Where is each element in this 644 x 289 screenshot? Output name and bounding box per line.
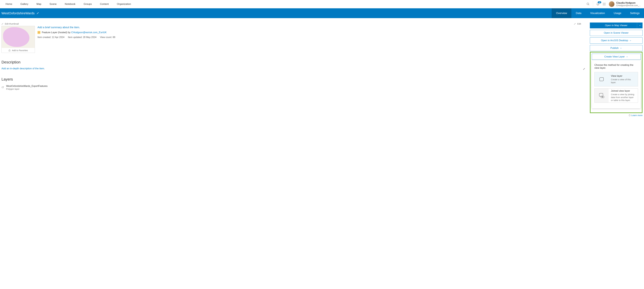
publish-label: Publish (610, 47, 619, 49)
joined-view-layer-option[interactable]: Joined view layer Create a view by joini… (594, 88, 638, 103)
top-nav: Home Gallery Map Scene Notebook Groups C… (0, 0, 644, 8)
user-name: Claudia Hodgson (616, 1, 641, 4)
edit-thumbnail-label: Edit thumbnail (5, 22, 19, 25)
layer-name: WestOxfordshireWards_ExportFeatures (6, 85, 48, 87)
item-type-label: Feature Layer (hosted) by CHodgson@esriu… (42, 31, 106, 34)
favorites-label: Add to Favorites (12, 49, 28, 52)
metadata-column: Add a brief summary about the item. Feat… (38, 26, 586, 39)
option-text: Joined view layer Create a view by joini… (608, 89, 638, 102)
learn-more-link[interactable]: Learn more (631, 114, 642, 116)
user-menu[interactable]: Claudia Hodgson CHodgson@esriuk.com_... (609, 1, 641, 7)
nav-home[interactable]: Home (2, 0, 16, 8)
top-nav-right: 31 Claudia Hodgson CHodgson@esriuk.com_.… (586, 1, 642, 7)
avatar (609, 1, 614, 7)
search-icon[interactable] (586, 2, 590, 6)
tab-visualization[interactable]: Visualization (586, 8, 609, 18)
nav-scene[interactable]: Scene (45, 0, 60, 8)
publish-button[interactable]: Publish (590, 45, 642, 51)
title-bar-left: WestOxfordshireWards (0, 11, 39, 15)
joined-view-desc: Create a view by joining data from anoth… (611, 93, 636, 102)
svg-point-7 (605, 4, 605, 4)
create-view-layer-button[interactable]: Create View Layer (592, 54, 641, 60)
layer-type: Polygon layer (6, 88, 48, 90)
chevron-down-icon (626, 56, 628, 58)
svg-point-15 (602, 96, 604, 98)
layers-heading: Layers (2, 77, 586, 82)
thumbnail-box: Add to Favorites (2, 26, 35, 53)
layer-row[interactable]: WestOxfordshireWards_ExportFeatures Poly… (2, 85, 586, 90)
open-map-viewer-button[interactable]: Open in Map Viewer (590, 22, 642, 28)
open-scene-viewer-button[interactable]: Open in Scene Viewer (590, 30, 642, 36)
thumbnail-image (2, 26, 35, 48)
joined-view-title: Joined view layer (611, 89, 636, 92)
dropdown-title: Choose the method for creating the view … (594, 64, 638, 69)
nav-gallery[interactable]: Gallery (16, 0, 32, 8)
user-info: Claudia Hodgson CHodgson@esriuk.com_... (616, 1, 641, 6)
nav-groups[interactable]: Groups (80, 0, 96, 8)
nav-organization[interactable]: Organization (113, 0, 135, 8)
item-title: WestOxfordshireWards (2, 11, 34, 15)
help-icon (629, 114, 631, 116)
edit-thumbnail-link[interactable]: Edit thumbnail (2, 22, 586, 25)
create-view-highlight: Create View Layer Choose the method for … (590, 52, 642, 113)
tab-data[interactable]: Data (572, 8, 586, 18)
title-tabs: Overview Data Visualization Usage Settin… (552, 8, 644, 18)
learn-more-row: Learn more (590, 114, 642, 116)
add-description-link[interactable]: Add an in-depth description of the item. (2, 67, 586, 70)
side-column: Open in Map Viewer Open in Scene Viewer … (590, 22, 642, 116)
svg-point-5 (603, 4, 604, 4)
open-scene-viewer-label: Open in Scene Viewer (604, 31, 629, 34)
top-nav-links: Home Gallery Map Scene Notebook Groups C… (2, 0, 135, 8)
apps-icon[interactable] (603, 3, 606, 5)
svg-point-2 (603, 3, 604, 3)
svg-point-12 (39, 32, 39, 33)
tab-overview[interactable]: Overview (552, 8, 572, 18)
tab-usage[interactable]: Usage (609, 8, 626, 18)
notifications-icon[interactable]: 31 (596, 2, 600, 6)
svg-point-9 (604, 5, 604, 5)
add-to-favorites[interactable]: Add to Favorites (2, 48, 35, 53)
nav-map[interactable]: Map (32, 0, 45, 8)
created-date: Item created: 12 Apr 2024 (38, 36, 64, 39)
view-layer-title: View layer (611, 74, 636, 77)
edit-title-icon[interactable] (36, 12, 39, 15)
edit-description-icon[interactable] (583, 67, 586, 71)
chevron-down-icon (630, 40, 632, 41)
dates-row: Item created: 12 Apr 2024 Item updated: … (38, 36, 586, 39)
view-layer-icon (594, 72, 608, 86)
create-view-dropdown: Choose the method for creating the view … (592, 60, 641, 108)
chevron-down-icon (620, 47, 622, 49)
nav-notebook[interactable]: Notebook (61, 0, 80, 8)
joined-view-layer-icon (594, 89, 608, 103)
content: Edit thumbnail Add to Favorites Add a br… (0, 18, 644, 116)
view-layer-option[interactable]: View layer Create a view of this layer. (594, 72, 638, 86)
svg-point-0 (587, 3, 589, 5)
svg-marker-11 (9, 49, 10, 51)
open-desktop-label: Open in ArcGIS Desktop (601, 39, 628, 42)
tab-settings[interactable]: Settings (626, 8, 644, 18)
title-bar: WestOxfordshireWards Overview Data Visua… (0, 8, 644, 18)
polygon-layer-icon (2, 86, 4, 89)
item-type-row: Feature Layer (hosted) by CHodgson@esriu… (38, 31, 586, 34)
owner-link[interactable]: CHodgson@esriuk.com_EsriUK (71, 31, 106, 34)
view-count: View count: 88 (100, 36, 115, 39)
updated-date: Item updated: 28 May 2024 (68, 36, 96, 39)
svg-point-3 (604, 3, 604, 3)
open-map-viewer-label: Open in Map Viewer (605, 24, 628, 27)
nav-content[interactable]: Content (96, 0, 113, 8)
chevron-down-icon[interactable] (637, 22, 642, 28)
description-heading: Description (2, 60, 586, 64)
add-summary-link[interactable]: Add a brief summary about the item. (38, 26, 80, 29)
edit-item-link[interactable]: Edit (574, 22, 581, 25)
option-text: View layer Create a view of this layer. (608, 74, 638, 84)
edit-label: Edit (577, 22, 581, 25)
item-header: Add to Favorites Add a brief summary abo… (2, 26, 586, 53)
svg-point-4 (605, 3, 605, 3)
view-layer-desc: Create a view of this layer. (611, 78, 636, 84)
open-arcgis-desktop-button[interactable]: Open in ArcGIS Desktop (590, 37, 642, 43)
user-email: CHodgson@esriuk.com_... (616, 4, 641, 6)
layer-info: WestOxfordshireWards_ExportFeatures Poly… (6, 85, 48, 90)
svg-point-8 (603, 5, 604, 5)
svg-point-10 (605, 5, 605, 5)
svg-point-6 (604, 4, 604, 4)
